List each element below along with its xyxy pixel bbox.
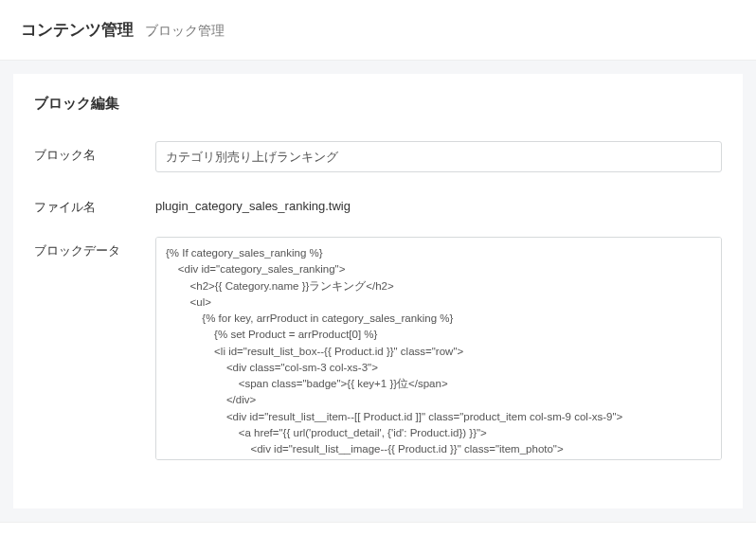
- page-subtitle: ブロック管理: [145, 23, 225, 38]
- edit-panel: ブロック編集 ブロック名 ファイル名 plugin_category_sales…: [13, 74, 743, 508]
- block-name-input[interactable]: [155, 141, 722, 172]
- footer: 戻る: [0, 522, 756, 535]
- page-header: コンテンツ管理 ブロック管理: [0, 0, 756, 61]
- page-title: コンテンツ管理: [21, 19, 134, 41]
- row-file-name: ファイル名 plugin_category_sales_ranking.twig: [34, 193, 722, 216]
- panel-wrap: ブロック編集 ブロック名 ファイル名 plugin_category_sales…: [0, 61, 756, 522]
- row-block-name: ブロック名: [34, 141, 722, 172]
- control-block-name: [155, 141, 722, 172]
- panel-title: ブロック編集: [34, 95, 722, 113]
- row-block-data: ブロックデータ: [34, 237, 722, 463]
- label-block-name: ブロック名: [34, 141, 155, 164]
- label-block-data: ブロックデータ: [34, 237, 155, 259]
- control-block-data: [155, 237, 722, 463]
- file-name-value: plugin_category_sales_ranking.twig: [155, 193, 722, 213]
- label-file-name: ファイル名: [34, 193, 155, 216]
- block-data-textarea[interactable]: [155, 237, 722, 460]
